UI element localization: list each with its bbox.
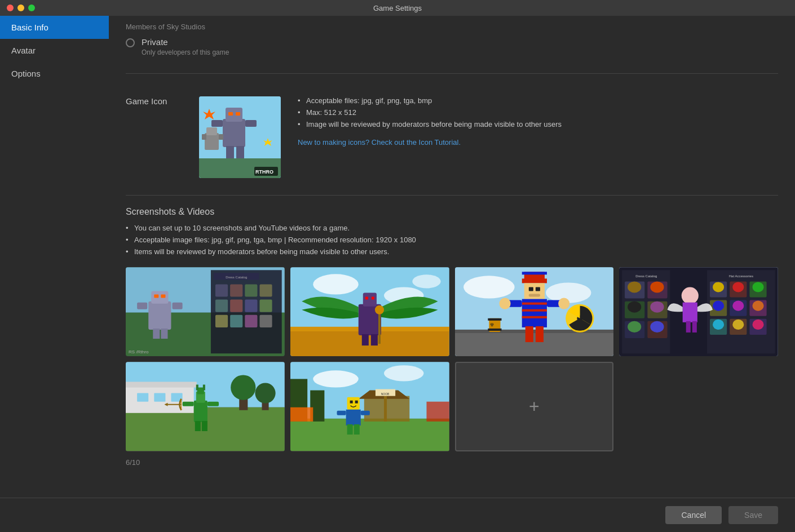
svg-rect-6 (211, 120, 223, 127)
svg-rect-81 (525, 326, 533, 342)
svg-point-62 (463, 276, 515, 298)
svg-rect-139 (154, 393, 165, 402)
svg-point-103 (628, 321, 641, 333)
svg-rect-4 (228, 112, 233, 116)
svg-point-80 (558, 298, 569, 309)
screenshots-info-2: Acceptable image files: jpg, gif, png, t… (126, 236, 778, 244)
svg-rect-56 (362, 334, 369, 345)
save-button[interactable]: Save (728, 506, 778, 524)
svg-rect-87 (488, 329, 501, 331)
svg-rect-82 (535, 326, 543, 342)
svg-rect-13 (219, 134, 223, 140)
svg-point-117 (733, 282, 744, 292)
svg-rect-128 (686, 321, 691, 333)
icon-tutorial-link[interactable]: New to making icons? Check out the Icon … (298, 138, 461, 147)
svg-rect-12 (202, 134, 206, 140)
svg-rect-39 (137, 303, 147, 309)
svg-point-55 (375, 305, 384, 314)
main-layout: Basic Info Avatar Options Members of Sky… (0, 16, 795, 498)
game-icon-label: Game Icon (126, 96, 182, 106)
svg-rect-9 (236, 146, 244, 158)
svg-rect-165 (350, 401, 352, 404)
screenshots-info-3: Items will be reviewed by moderators bef… (126, 247, 778, 256)
svg-rect-30 (245, 300, 257, 312)
footer: Cancel Save (0, 498, 795, 532)
svg-point-100 (651, 281, 664, 292)
icon-info-item-1: Acceptable files: jpg, gif, png, tga, bm… (298, 96, 778, 105)
svg-rect-7 (245, 120, 257, 127)
svg-point-133 (231, 375, 255, 400)
sidebar-item-avatar[interactable]: Avatar (0, 39, 109, 62)
svg-point-135 (255, 383, 275, 404)
screenshots-grid: Dress Catalog (126, 267, 778, 451)
close-button[interactable] (7, 5, 14, 11)
screenshot-item-5[interactable] (126, 362, 285, 451)
screenshot-6-image: NOOB (290, 362, 449, 451)
screenshot-4-image: Dress Catalog (619, 267, 778, 356)
svg-rect-151 (195, 421, 201, 431)
svg-point-49 (412, 274, 440, 288)
screenshot-3-image: ☢ (455, 267, 614, 356)
svg-point-102 (651, 302, 664, 313)
svg-rect-169 (361, 411, 370, 415)
screenshots-title: Screenshots & Videos (126, 207, 778, 217)
screenshot-2-image (290, 267, 449, 356)
svg-rect-2 (223, 119, 245, 147)
maximize-button[interactable] (28, 5, 35, 11)
screenshot-add-button[interactable]: + (455, 362, 614, 451)
svg-point-123 (733, 320, 744, 330)
svg-rect-141 (194, 401, 207, 422)
members-text: Members of Sky Studios (126, 23, 205, 31)
svg-rect-8 (226, 146, 234, 158)
svg-rect-72 (528, 294, 540, 297)
svg-rect-65 (455, 330, 614, 333)
cancel-button[interactable]: Cancel (665, 506, 722, 524)
private-label: Private (142, 37, 229, 47)
svg-rect-28 (215, 300, 228, 312)
svg-rect-168 (337, 411, 346, 415)
icon-info-item-2: Max: 512 x 512 (298, 108, 778, 117)
svg-rect-144 (196, 385, 198, 391)
screenshot-item-6[interactable]: NOOB (290, 362, 449, 451)
svg-point-119 (713, 301, 724, 311)
svg-point-126 (682, 287, 699, 304)
svg-point-121 (753, 301, 764, 311)
minimize-button[interactable] (17, 5, 24, 11)
svg-point-79 (499, 298, 510, 309)
svg-rect-147 (207, 402, 219, 406)
screenshot-item-3[interactable]: ☢ (455, 267, 614, 356)
screenshot-item-2[interactable] (290, 267, 449, 356)
svg-rect-172 (290, 407, 313, 422)
game-icon-layout: Game Icon (126, 85, 778, 189)
svg-rect-11 (206, 127, 217, 135)
svg-text:Hat Accessories: Hat Accessories (729, 274, 753, 278)
svg-rect-68 (522, 272, 546, 274)
game-icon-image[interactable]: RTHRO (199, 96, 281, 178)
game-icon-placeholder: RTHRO (199, 96, 281, 178)
sidebar-item-options[interactable]: Options (0, 62, 109, 85)
svg-rect-171 (354, 424, 359, 435)
svg-rect-53 (363, 293, 377, 307)
svg-rect-59 (372, 297, 374, 300)
screenshot-item-4[interactable]: Dress Catalog (619, 267, 778, 356)
svg-rect-74 (522, 303, 546, 305)
svg-point-63 (546, 282, 591, 303)
svg-point-154 (313, 371, 359, 388)
sidebar-item-basic-info[interactable]: Basic Info (0, 16, 109, 39)
svg-rect-76 (522, 316, 546, 318)
svg-text:☢: ☢ (490, 322, 494, 327)
svg-rect-57 (371, 334, 378, 345)
icon-info-list: Acceptable files: jpg, gif, png, tga, bm… (298, 96, 778, 128)
svg-rect-44 (161, 295, 165, 298)
svg-rect-173 (426, 402, 449, 422)
svg-point-104 (651, 321, 664, 333)
svg-rect-75 (522, 309, 546, 312)
svg-point-47 (313, 274, 359, 294)
svg-rect-24 (215, 284, 228, 296)
private-radio[interactable] (126, 38, 135, 47)
svg-rect-41 (153, 329, 160, 339)
screenshots-section: Screenshots & Videos You can set up to 1… (126, 195, 778, 478)
sidebar: Basic Info Avatar Options (0, 16, 109, 498)
icon-info-item-3: Image will be reviewed by moderators bef… (298, 120, 778, 128)
screenshot-item-1[interactable]: Dress Catalog (126, 267, 285, 356)
